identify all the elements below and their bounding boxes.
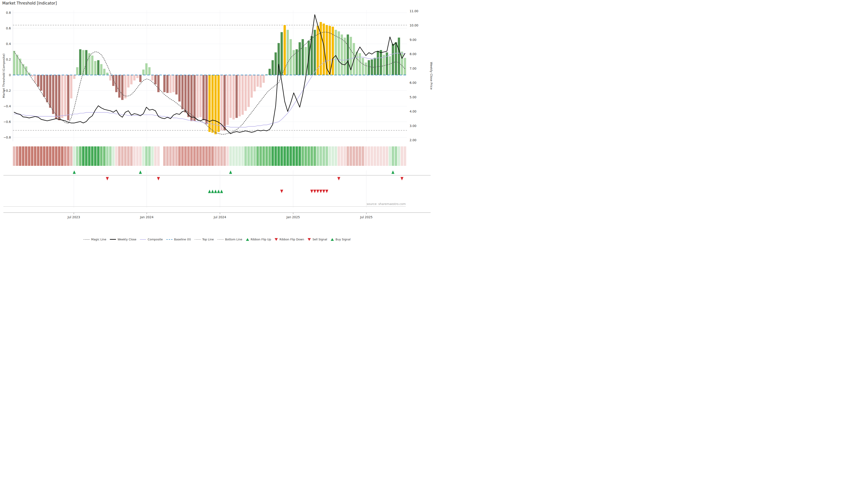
threshold-bar: [157, 75, 160, 92]
threshold-bar: [43, 75, 45, 97]
threshold-bar: [85, 50, 88, 75]
ribbon-bar: [88, 147, 90, 166]
ribbon-bar: [238, 147, 241, 166]
legend-item-label: Weekly Close: [118, 238, 136, 241]
threshold-bar: [67, 75, 69, 120]
sell-signal-marker: [319, 190, 322, 193]
threshold-bar: [112, 75, 114, 86]
sell-signal-marker: [325, 190, 328, 193]
x-axis-tick-label: Jul 2025: [360, 215, 373, 219]
threshold-bar: [169, 75, 172, 93]
ribbon-bar: [139, 147, 142, 166]
triangle-down-icon: [275, 238, 278, 241]
ribbon-bar: [281, 147, 283, 166]
ribbon-bar: [311, 147, 313, 166]
threshold-bar: [196, 75, 199, 118]
threshold-bar: [163, 75, 166, 92]
ribbon-bar: [40, 147, 42, 166]
ribbon-bar: [58, 147, 60, 166]
threshold-bar: [176, 75, 178, 94]
threshold-bar: [302, 39, 304, 75]
ribbon-bar: [259, 147, 262, 166]
threshold-bar: [97, 60, 99, 75]
ribbon-bar: [34, 147, 36, 166]
threshold-bar: [46, 75, 49, 102]
threshold-bar: [404, 58, 406, 75]
ribbon-bar: [371, 147, 373, 166]
threshold-bar: [109, 75, 112, 80]
threshold-bar: [377, 51, 379, 75]
threshold-bar: [383, 55, 385, 75]
legend-item-top-line: Top Line: [195, 238, 214, 241]
buy-signal-marker: [220, 190, 223, 193]
threshold-bar: [206, 75, 208, 124]
ribbon-bar: [64, 147, 66, 166]
right-axis-tick: 11.00: [410, 9, 418, 13]
ribbon-bar: [25, 147, 27, 166]
buy-signal-marker: [217, 190, 220, 193]
legend-item-baseline-0-: Baseline (0): [166, 238, 191, 241]
ribbon-bar: [383, 147, 385, 166]
threshold-bar: [341, 35, 343, 75]
threshold-bar: [332, 27, 334, 75]
left-axis-tick: 0: [9, 73, 11, 77]
threshold-bar: [389, 56, 391, 75]
ribbon-bar: [124, 147, 127, 166]
ribbon-bar: [43, 147, 45, 166]
threshold-bar: [142, 70, 145, 75]
legend-item-ribbon-flip-down: Ribbon Flip Down: [275, 238, 304, 241]
ribbon-bar: [355, 147, 358, 166]
ribbon-flip-up-marker: [229, 170, 232, 174]
legend-item-label: Top Line: [202, 238, 214, 241]
ribbon-flip-up-marker: [73, 170, 76, 174]
ribbon-bar: [235, 147, 238, 166]
threshold-bar: [215, 75, 217, 134]
right-axis-tick: 2.00: [410, 138, 416, 142]
threshold-bar: [13, 51, 16, 75]
ribbon-bar: [151, 147, 154, 166]
legend-item-label: Sell Signal: [312, 238, 327, 241]
triangle-down-icon: [308, 238, 311, 241]
left-axis-tick: 0.2: [6, 58, 11, 61]
left-axis-tick: −0.6: [3, 120, 11, 124]
threshold-bar: [79, 49, 81, 75]
ribbon-bar: [307, 147, 310, 166]
ribbon-bar: [377, 147, 379, 166]
ribbon-flip-down-marker: [401, 177, 403, 181]
ribbon-bar: [61, 147, 64, 166]
ribbon-bar: [73, 147, 75, 166]
legend-line-sample: [195, 239, 201, 240]
threshold-bar: [37, 75, 39, 87]
ribbon-bar: [187, 147, 190, 166]
threshold-bar: [94, 61, 96, 75]
ribbon-bar: [142, 147, 145, 166]
ribbon-bar: [341, 147, 343, 166]
ribbon-bar: [292, 147, 295, 166]
ribbon-bar: [121, 147, 124, 166]
threshold-bar: [250, 75, 253, 98]
legend-item-label: Buy Signal: [336, 238, 350, 241]
threshold-bar: [40, 75, 42, 91]
threshold-bar: [254, 75, 256, 91]
threshold-bar: [352, 43, 355, 75]
ribbon-bar: [344, 147, 346, 166]
left-axis-tick: 0.6: [6, 26, 11, 30]
sell-signal-marker: [316, 190, 319, 193]
left-axis-tick: −0.8: [3, 135, 11, 139]
threshold-bar: [239, 75, 241, 116]
threshold-bar: [127, 75, 129, 88]
legend-line-sample: [166, 239, 173, 240]
ribbon-bar: [374, 147, 376, 166]
ribbon-bar: [350, 147, 352, 166]
threshold-bar: [401, 52, 403, 75]
ribbon-bar: [392, 147, 394, 166]
ribbon-bar: [268, 147, 271, 166]
right-axis-tick: 8.00: [410, 52, 416, 56]
ribbon-bar: [322, 147, 325, 166]
ribbon-bar: [223, 147, 226, 166]
right-axis-tick: 9.00: [410, 38, 416, 41]
ribbon-bar: [130, 147, 133, 166]
ribbon-flip-down-marker: [337, 177, 340, 181]
ribbon-bar: [118, 147, 121, 166]
threshold-bar: [281, 32, 283, 75]
